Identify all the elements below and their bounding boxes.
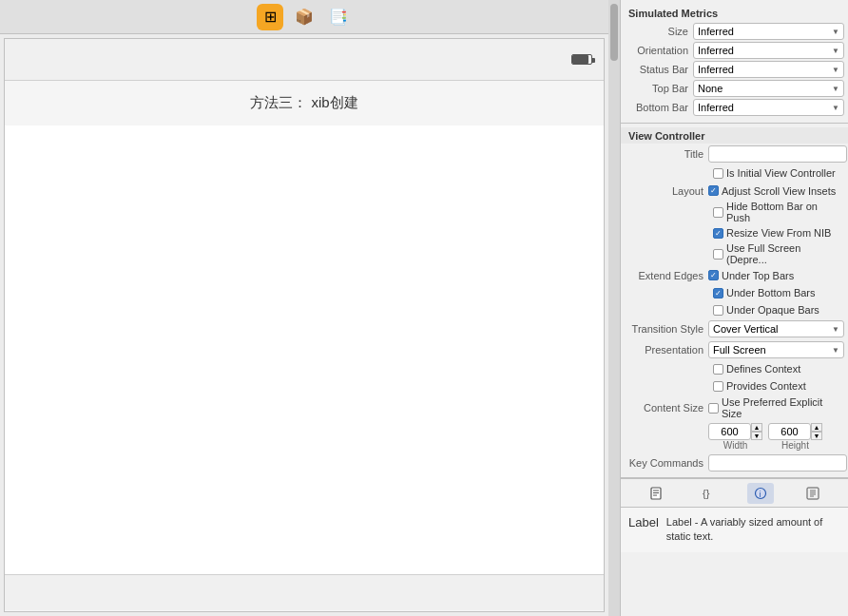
- toolbar: ⊞ 📦 📑: [0, 0, 608, 34]
- provides-context-text: Provides Context: [726, 380, 806, 392]
- under-bottom-bars-label[interactable]: Under Bottom Bars: [713, 287, 816, 298]
- status-bar-dropdown[interactable]: Inferred ▼: [693, 61, 844, 78]
- width-label: Width: [714, 440, 757, 451]
- right-panel-scroll[interactable]: Simulated Metrics Size Inferred ▼ Orient…: [621, 0, 848, 616]
- top-bar-row: Top Bar None ▼: [621, 79, 848, 98]
- transition-style-value: Cover Vertical: [713, 323, 778, 335]
- height-input[interactable]: [768, 423, 811, 440]
- key-commands-input[interactable]: [708, 454, 847, 472]
- tab-file[interactable]: [643, 483, 669, 504]
- content-size-row: Content Size Use Preferred Explicit Size: [621, 395, 848, 421]
- bottom-bar-dropdown-arrow: ▼: [832, 104, 839, 112]
- transition-style-label: Transition Style: [625, 323, 708, 335]
- bottom-bar-row: Bottom Bar Inferred ▼: [621, 98, 848, 117]
- toolbar-btn-3[interactable]: 📑: [325, 4, 352, 30]
- size-dropdown[interactable]: Inferred ▼: [693, 23, 844, 40]
- width-input[interactable]: [708, 423, 751, 440]
- width-stepper[interactable]: ▲ ▼: [751, 423, 762, 440]
- simulated-metrics-section: Simulated Metrics Size Inferred ▼ Orient…: [621, 0, 848, 124]
- scrollbar-divider: [608, 0, 620, 616]
- presentation-dropdown[interactable]: Full Screen ▼: [708, 341, 844, 358]
- top-bar-dropdown-arrow: ▼: [832, 85, 839, 93]
- under-opaque-bars-checkbox[interactable]: [713, 305, 723, 316]
- resize-view-label[interactable]: Resize View From NIB: [713, 227, 831, 239]
- battery-fill: [572, 55, 588, 64]
- vc-title-row: Title: [621, 144, 848, 164]
- canvas-footer: [5, 574, 604, 610]
- size-inputs-row: ▲ ▼ Width ▲ ▼: [621, 421, 848, 452]
- adjust-scroll-checkbox[interactable]: [708, 185, 719, 196]
- height-stepper[interactable]: ▲ ▼: [811, 423, 822, 440]
- transition-dropdown-arrow: ▼: [832, 325, 839, 334]
- width-stepper-down[interactable]: ▼: [751, 432, 762, 440]
- under-bottom-bars-row: Under Bottom Bars: [621, 284, 848, 301]
- use-full-screen-checkbox[interactable]: [713, 249, 723, 260]
- presentation-label: Presentation: [625, 344, 708, 356]
- height-stepper-down[interactable]: ▼: [811, 432, 822, 440]
- toolbar-btn-1[interactable]: ⊞: [257, 4, 283, 30]
- transition-style-row: Transition Style Cover Vertical ▼: [621, 318, 848, 339]
- view-controller-title: View Controller: [621, 127, 848, 144]
- scrollbar-thumb[interactable]: [610, 4, 618, 61]
- status-bar-label: Status Bar: [625, 64, 693, 75]
- toolbar-icon-1: ⊞: [264, 8, 277, 26]
- width-stepper-up[interactable]: ▲: [751, 423, 762, 432]
- under-top-bars-checkbox[interactable]: [708, 270, 719, 280]
- hide-bottom-bar-checkbox[interactable]: [713, 207, 723, 218]
- orientation-row: Orientation Inferred ▼: [621, 41, 848, 60]
- under-bottom-bars-text: Under Bottom Bars: [726, 287, 816, 298]
- defines-context-label[interactable]: Defines Context: [713, 363, 800, 375]
- inspector-tabs: {} i: [621, 478, 848, 507]
- extend-edges-row: Extend Edges Under Top Bars: [621, 266, 848, 284]
- presentation-value: Full Screen: [713, 344, 766, 356]
- presentation-dropdown-arrow: ▼: [832, 346, 839, 355]
- orientation-label: Orientation: [625, 45, 693, 56]
- battery-icon: [571, 54, 592, 65]
- bottom-bar-dropdown[interactable]: Inferred ▼: [693, 99, 844, 116]
- is-initial-row: Is Initial View Controller: [621, 164, 848, 182]
- under-bottom-bars-checkbox[interactable]: [713, 288, 723, 298]
- is-initial-label[interactable]: Is Initial View Controller: [713, 167, 836, 179]
- status-bar-dropdown-arrow: ▼: [832, 66, 839, 74]
- defines-context-checkbox[interactable]: [713, 364, 723, 375]
- extend-edges-label: Extend Edges: [625, 270, 708, 281]
- orientation-dropdown[interactable]: Inferred ▼: [693, 42, 844, 59]
- use-full-screen-row: Use Full Screen (Depre...: [621, 241, 848, 266]
- use-preferred-checkbox[interactable]: [708, 403, 719, 414]
- provides-context-row: Provides Context: [621, 377, 848, 395]
- toolbar-btn-2[interactable]: 📦: [291, 4, 318, 30]
- tab-quick-help[interactable]: [800, 483, 826, 504]
- use-preferred-text: Use Preferred Explicit Size: [722, 396, 844, 419]
- canvas-main-content: [5, 125, 604, 574]
- provides-context-checkbox[interactable]: [713, 381, 723, 392]
- toolbar-icon-2: 📦: [295, 8, 314, 26]
- tab-code[interactable]: {}: [695, 483, 722, 504]
- bottom-bar-value: Inferred: [698, 102, 734, 113]
- svg-text:{}: {}: [703, 488, 710, 499]
- size-value: Inferred: [698, 26, 734, 37]
- size-row: Size Inferred ▼: [621, 22, 848, 41]
- vc-title-input[interactable]: [708, 145, 847, 163]
- resize-view-checkbox[interactable]: [713, 228, 723, 239]
- bottom-bar-label: Bottom Bar: [625, 102, 693, 113]
- hide-bottom-bar-text: Hide Bottom Bar on Push: [726, 201, 844, 223]
- top-bar-dropdown[interactable]: None ▼: [693, 80, 844, 97]
- canvas-title: 方法三： xib创建: [5, 81, 604, 125]
- resize-view-row: Resize View From NIB: [621, 224, 848, 241]
- hide-bottom-bar-label[interactable]: Hide Bottom Bar on Push: [713, 201, 844, 223]
- is-initial-checkbox[interactable]: [713, 168, 723, 179]
- use-full-screen-label[interactable]: Use Full Screen (Depre...: [713, 242, 844, 265]
- label-sample-text: Label: [628, 515, 659, 529]
- under-opaque-bars-label[interactable]: Under Opaque Bars: [713, 304, 819, 316]
- use-full-screen-text: Use Full Screen (Depre...: [726, 242, 844, 265]
- orientation-value: Inferred: [698, 45, 734, 56]
- adjust-scroll-label: Adjust Scroll View Insets: [722, 185, 836, 197]
- height-stepper-up[interactable]: ▲: [811, 423, 822, 432]
- provides-context-label[interactable]: Provides Context: [713, 380, 806, 392]
- transition-style-dropdown[interactable]: Cover Vertical ▼: [708, 320, 844, 337]
- size-label: Size: [625, 26, 693, 37]
- tab-inspector[interactable]: i: [747, 483, 774, 504]
- view-controller-section: View Controller Title Is Initial View Co…: [621, 124, 848, 478]
- defines-context-text: Defines Context: [726, 363, 800, 375]
- layout-row: Layout Adjust Scroll View Insets: [621, 182, 848, 200]
